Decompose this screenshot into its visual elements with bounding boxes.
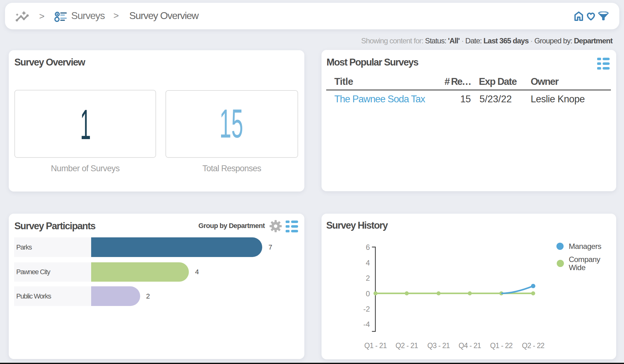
- svg-text:Q1 - 22: Q1 - 22: [490, 342, 513, 350]
- svg-text:Q2 - 22: Q2 - 22: [522, 342, 544, 350]
- svg-text:Q2 - 21: Q2 - 21: [396, 342, 418, 350]
- svg-text:-2: -2: [363, 305, 370, 313]
- svg-text:Company: Company: [569, 255, 601, 264]
- svg-text:Wide: Wide: [569, 263, 585, 272]
- svg-text:Q1 - 21: Q1 - 21: [364, 342, 387, 350]
- svg-text:0: 0: [366, 289, 370, 298]
- svg-text:-4: -4: [363, 320, 370, 328]
- svg-text:Q4 - 21: Q4 - 21: [459, 342, 481, 350]
- svg-text:15: 15: [219, 101, 243, 146]
- svg-text:Managers: Managers: [569, 242, 601, 250]
- svg-text:4: 4: [366, 259, 370, 267]
- svg-text:6: 6: [366, 243, 370, 251]
- svg-text:2: 2: [366, 274, 370, 282]
- svg-text:1: 1: [80, 101, 91, 148]
- svg-text:Q3 - 21: Q3 - 21: [427, 342, 450, 350]
